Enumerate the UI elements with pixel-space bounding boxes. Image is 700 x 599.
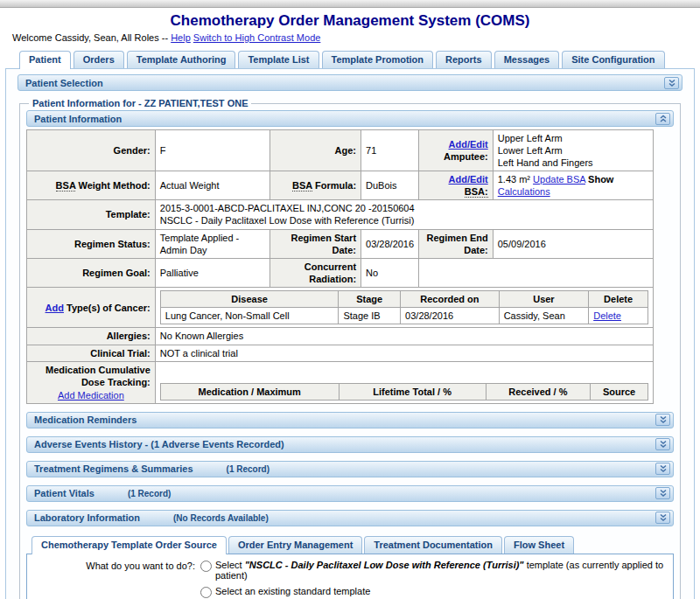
row-regimen-goal: Regimen Goal: Palliative Concurrent Radi… xyxy=(27,258,654,287)
regimen-start-label: Regimen Start Date: xyxy=(270,229,360,258)
tab-reports[interactable]: Reports xyxy=(436,51,492,68)
cancer-delete-link[interactable]: Delete xyxy=(593,310,621,321)
calculations-link[interactable]: Calculations xyxy=(498,186,550,197)
patient-selection-header: Patient Selection xyxy=(18,74,682,91)
tab-order-entry-management[interactable]: Order Entry Management xyxy=(228,536,362,554)
amputee-add-edit-link[interactable]: Add/Edit xyxy=(449,139,488,150)
section-title: Medication Reminders xyxy=(34,414,136,425)
row-med-tracking: Medication Cumulative Dose Tracking: Add… xyxy=(27,361,654,403)
row-regimen-status: Regimen Status: Template Applied - Admin… xyxy=(27,229,654,258)
cancer-recorded-on: 03/28/2016 xyxy=(401,308,500,324)
tab-template-promotion[interactable]: Template Promotion xyxy=(322,51,434,68)
tab-site-configuration[interactable]: Site Configuration xyxy=(562,51,664,68)
current-template-name: "NSCLC - Daily Paclitaxel Low Dose with … xyxy=(245,560,524,570)
option-current-template: Select "NSCLC - Daily Paclitaxel Low Dos… xyxy=(199,560,668,581)
regimen-goal-label: Regimen Goal: xyxy=(27,258,156,287)
chevron-double-down-icon xyxy=(659,489,668,498)
bsa-label: BSA: xyxy=(465,186,488,198)
section-treatment-regimens: Treatment Regimens & Summaries(1 Record) xyxy=(26,461,674,477)
row-template: Template: 2015-3-0001-ABCD-PACLITAXEL IN… xyxy=(27,200,654,229)
clinical-trial-label: Clinical Trial: xyxy=(27,345,156,361)
help-link[interactable]: Help xyxy=(171,32,191,43)
amputee-value: Upper Left Arm Lower Left Arm Left Hand … xyxy=(493,130,653,171)
treatment-regimens-expand-button[interactable] xyxy=(655,463,670,475)
section-adverse-events: Adverse Events History - (1 Adverse Even… xyxy=(26,436,674,453)
cancer-table: Disease Stage Recorded on User Delete Lu… xyxy=(160,290,648,325)
patient-information-collapse-button[interactable] xyxy=(655,113,670,125)
amputee-label-cell: Add/Edit Amputee: xyxy=(419,130,494,171)
chevron-double-up-icon xyxy=(659,115,668,123)
patient-vitals-expand-button[interactable] xyxy=(655,487,670,499)
chevron-double-down-icon xyxy=(659,464,668,473)
row-gender-age-amputee: Gender: F Age: 71 Add/Edit Amputee: Uppe… xyxy=(27,130,654,171)
order-source-tabbar: Chemotherapy Template Order Source Order… xyxy=(32,536,674,554)
section-title: Laboratory Information xyxy=(34,512,140,523)
current-template-radio[interactable] xyxy=(200,561,212,572)
medication-table: Medication / Maximum Lifetime Total / % … xyxy=(160,383,648,400)
update-bsa-link[interactable]: Update BSA xyxy=(533,174,585,185)
clinical-trial-value: NOT a clinical trial xyxy=(155,345,653,361)
bsa-label-cell: Add/Edit BSA: xyxy=(419,171,494,200)
age-value: 71 xyxy=(361,130,419,171)
add-medication-link[interactable]: Add Medication xyxy=(58,390,124,400)
med-col-source: Source xyxy=(591,383,648,400)
high-contrast-link[interactable]: Switch to High Contrast Mode xyxy=(193,32,321,43)
tab-treatment-documentation[interactable]: Treatment Documentation xyxy=(364,536,502,554)
age-label: Age: xyxy=(270,130,360,171)
show-text: Show xyxy=(588,174,613,185)
regimen-start-value: 03/28/2016 xyxy=(361,229,419,258)
cancer-disease: Lung Cancer, Non-Small Cell xyxy=(160,308,339,324)
cancer-col-user: User xyxy=(499,290,589,307)
regimen-end-value: 05/09/2016 xyxy=(493,229,653,258)
allergies-value: No Known Allergies xyxy=(155,328,653,345)
tab-template-authoring[interactable]: Template Authoring xyxy=(127,51,236,68)
standard-template-radio[interactable] xyxy=(200,587,212,598)
tab-template-list[interactable]: Template List xyxy=(238,51,318,68)
chevron-double-down-icon xyxy=(659,415,668,424)
tab-orders[interactable]: Orders xyxy=(74,51,124,68)
patient-fieldset-legend: Patient Information for - ZZ PATIENT,TES… xyxy=(29,98,251,108)
chevron-double-down-icon xyxy=(659,513,668,522)
template-value: 2015-3-0001-ABCD-PACLITAXEL INJ,CONC 20 … xyxy=(155,200,653,229)
cancer-table-row: Lung Cancer, Non-Small Cell Stage IB 03/… xyxy=(160,308,648,324)
tab-flow-sheet[interactable]: Flow Sheet xyxy=(504,536,574,554)
section-title: Patient Vitals xyxy=(34,488,94,498)
cancer-col-disease: Disease xyxy=(160,290,339,307)
tab-messages[interactable]: Messages xyxy=(494,51,560,68)
patient-info-table: Gender: F Age: 71 Add/Edit Amputee: Uppe… xyxy=(26,129,654,404)
cancer-label-cell: Add Type(s) of Cancer: xyxy=(27,287,156,328)
cancer-delete-cell: Delete xyxy=(589,308,648,324)
gender-label: Gender: xyxy=(27,130,156,171)
empty-cell xyxy=(419,258,654,287)
med-col-received: Received / % xyxy=(486,383,590,400)
chevron-double-down-icon xyxy=(659,440,668,449)
med-col-lifetime-total: Lifetime Total / % xyxy=(339,383,486,400)
cancer-col-stage: Stage xyxy=(339,290,401,307)
patient-information-header: Patient Information xyxy=(26,110,674,127)
cancer-add-link[interactable]: Add xyxy=(46,303,64,313)
laboratory-information-expand-button[interactable] xyxy=(655,512,670,524)
medication-table-header-row: Medication / Maximum Lifetime Total / % … xyxy=(160,383,648,400)
tab-chemotherapy-template-order-source[interactable]: Chemotherapy Template Order Source xyxy=(32,536,227,554)
row-bsa: BSA Weight Method: Actual Weight BSA For… xyxy=(27,171,654,200)
med-tracking-label-cell: Medication Cumulative Dose Tracking: Add… xyxy=(27,361,156,403)
page-title: Chemotherapy Order Management System (CO… xyxy=(0,12,700,30)
section-patient-vitals: Patient Vitals(1 Record) xyxy=(26,485,674,502)
medication-table-cell: Medication / Maximum Lifetime Total / % … xyxy=(155,361,653,403)
bsa-weight-method-value: Actual Weight xyxy=(155,171,270,200)
cancer-col-delete: Delete xyxy=(589,290,648,307)
row-clinical-trial: Clinical Trial: NOT a clinical trial xyxy=(27,345,654,361)
main-tabbar: Patient Orders Template Authoring Templa… xyxy=(19,51,700,68)
med-tracking-label: Medication Cumulative Dose Tracking: xyxy=(46,365,150,387)
concurrent-radiation-value: No xyxy=(361,258,419,287)
bsa-value-cell: 1.43 m² Update BSA Show Calculations xyxy=(493,171,653,200)
row-allergies: Allergies: No Known Allergies xyxy=(27,328,654,345)
cancer-table-cell: Disease Stage Recorded on User Delete Lu… xyxy=(155,287,653,328)
bsa-add-edit-link[interactable]: Add/Edit xyxy=(449,174,488,185)
patient-selection-collapse-button[interactable] xyxy=(664,77,679,89)
medication-reminders-expand-button[interactable] xyxy=(655,414,670,426)
regimen-goal-value: Palliative xyxy=(155,258,270,287)
tab-patient[interactable]: Patient xyxy=(19,51,71,69)
adverse-events-expand-button[interactable] xyxy=(655,438,670,450)
welcome-line: Welcome Cassidy, Sean, All Roles -- Help… xyxy=(12,32,700,43)
